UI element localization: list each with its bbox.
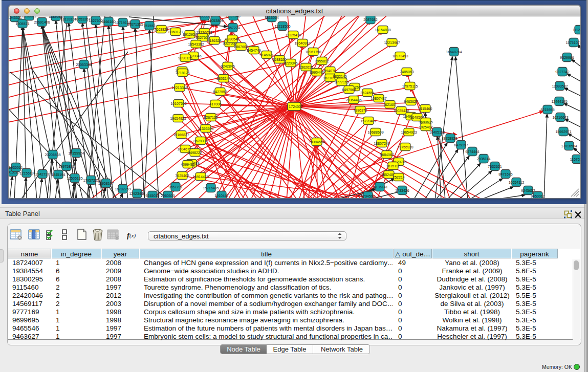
svg-text:10653267: 10653267 [74, 17, 90, 20]
svg-text:9146821: 9146821 [259, 53, 273, 56]
svg-text:7386372: 7386372 [353, 108, 367, 112]
svg-text:1588520: 1588520 [272, 57, 286, 61]
svg-text:15751074: 15751074 [565, 40, 580, 44]
svg-text:6497568: 6497568 [342, 87, 356, 91]
svg-text:9242845: 9242845 [221, 64, 234, 68]
svg-text:751552: 751552 [143, 24, 155, 27]
svg-text:20053346: 20053346 [76, 62, 92, 66]
svg-text:1215619: 1215619 [19, 171, 33, 174]
svg-text:9115460: 9115460 [419, 106, 432, 110]
svg-text:1362615: 1362615 [299, 65, 313, 69]
svg-text:8220346: 8220346 [284, 61, 297, 64]
svg-text:19654925: 19654925 [170, 116, 186, 120]
svg-text:6479197: 6479197 [454, 143, 468, 146]
svg-text:7632621: 7632621 [488, 164, 502, 168]
svg-text:1724007: 1724007 [289, 105, 302, 108]
svg-text:16154838: 16154838 [375, 28, 390, 31]
svg-text:3498222: 3498222 [188, 150, 202, 154]
svg-text:16210643: 16210643 [552, 115, 568, 119]
svg-text:8813054: 8813054 [265, 16, 278, 19]
svg-text:1615112: 1615112 [386, 164, 400, 167]
svg-text:17016504: 17016504 [561, 144, 577, 147]
svg-text:12213369: 12213369 [171, 85, 187, 89]
svg-text:8958923: 8958923 [443, 136, 457, 140]
svg-text:10961758: 10961758 [305, 50, 321, 53]
svg-text:1935061: 1935061 [9, 165, 23, 169]
svg-text:16782759: 16782759 [115, 187, 130, 190]
svg-text:17975115: 17975115 [402, 84, 418, 87]
svg-text:2935114: 2935114 [477, 157, 491, 160]
svg-text:8678332: 8678332 [193, 139, 207, 142]
svg-text:19384554: 19384554 [309, 140, 324, 143]
svg-text:9684067: 9684067 [380, 152, 394, 156]
svg-text:12093582: 12093582 [552, 84, 568, 87]
svg-text:1167533: 1167533 [570, 157, 580, 161]
svg-text:16053809: 16053809 [197, 16, 212, 18]
svg-text:2060505: 2060505 [161, 193, 175, 197]
svg-text:10654112: 10654112 [509, 180, 525, 184]
svg-text:19654923: 19654923 [401, 130, 417, 134]
svg-text:4099481: 4099481 [181, 162, 194, 166]
svg-text:20364436: 20364436 [345, 98, 361, 101]
svg-text:1910447: 1910447 [214, 193, 228, 197]
svg-text:9450012: 9450012 [531, 194, 545, 198]
svg-text:2867608: 2867608 [234, 45, 248, 48]
svg-text:2087682: 2087682 [363, 17, 377, 21]
svg-text:2718126: 2718126 [176, 71, 189, 74]
svg-text:7955812: 7955812 [315, 59, 329, 62]
svg-text:18640910: 18640910 [294, 41, 310, 45]
svg-text:2803144: 2803144 [216, 76, 230, 80]
svg-text:8912954: 8912954 [183, 32, 197, 36]
svg-text:19975887: 19975887 [58, 164, 74, 168]
svg-text:1527602: 1527602 [89, 18, 102, 22]
svg-text:12923446: 12923446 [129, 191, 145, 195]
svg-text:8794502: 8794502 [361, 194, 375, 198]
svg-text:10107552: 10107552 [170, 101, 186, 105]
svg-text:12213967: 12213967 [384, 40, 400, 44]
svg-text:10688609: 10688609 [367, 130, 383, 134]
svg-text:9227342: 9227342 [555, 70, 569, 73]
svg-text:12444195: 12444195 [551, 99, 567, 103]
svg-text:9890125: 9890125 [178, 56, 192, 59]
svg-text:252214: 252214 [393, 175, 404, 179]
svg-text:17359924: 17359924 [68, 151, 84, 155]
svg-text:1845194: 1845194 [51, 172, 65, 176]
svg-text:1733426: 1733426 [395, 188, 409, 192]
svg-text:8454749: 8454749 [247, 48, 260, 52]
svg-text:8427552: 8427552 [213, 90, 227, 93]
svg-text:994078: 994078 [324, 69, 336, 72]
svg-text:11958107: 11958107 [98, 181, 114, 185]
svg-text:9832145: 9832145 [333, 74, 346, 78]
svg-text:9657791: 9657791 [168, 185, 182, 188]
svg-text:16914479: 16914479 [192, 174, 208, 178]
svg-text:16543382: 16543382 [188, 42, 204, 46]
svg-text:(x): (x) [129, 232, 136, 239]
svg-text:17957225: 17957225 [83, 178, 99, 182]
svg-text:6466160: 6466160 [101, 19, 115, 23]
svg-text:1025417: 1025417 [419, 125, 432, 128]
svg-text:8267130: 8267130 [204, 115, 217, 119]
svg-text:16053809: 16053809 [207, 18, 223, 22]
svg-text:15716485: 15716485 [203, 186, 219, 189]
svg-text:19166827: 19166827 [173, 133, 189, 136]
svg-text:62160: 62160 [385, 102, 395, 106]
svg-text:15136141: 15136141 [372, 185, 387, 188]
svg-text:15720407: 15720407 [360, 119, 376, 122]
svg-text:12505135: 12505135 [67, 176, 82, 180]
svg-text:8471676: 8471676 [498, 172, 512, 176]
svg-text:10807487: 10807487 [371, 96, 386, 100]
svg-text:9329966: 9329966 [560, 55, 574, 59]
svg-text:7485063: 7485063 [400, 70, 413, 73]
svg-text:20691406: 20691406 [34, 20, 50, 24]
svg-text:20206535: 20206535 [45, 152, 60, 156]
svg-text:10671355: 10671355 [127, 22, 143, 26]
svg-text:8860123: 8860123 [168, 30, 182, 33]
svg-text:15692971: 15692971 [555, 129, 571, 133]
svg-text:18807249: 18807249 [374, 141, 389, 145]
svg-text:9777169: 9777169 [335, 80, 349, 83]
svg-text:1905571: 1905571 [15, 21, 29, 25]
svg-text:10025438: 10025438 [393, 108, 409, 112]
svg-text:8196001: 8196001 [22, 16, 36, 18]
svg-text:10973493: 10973493 [392, 54, 408, 57]
svg-text:8990443: 8990443 [310, 70, 323, 74]
